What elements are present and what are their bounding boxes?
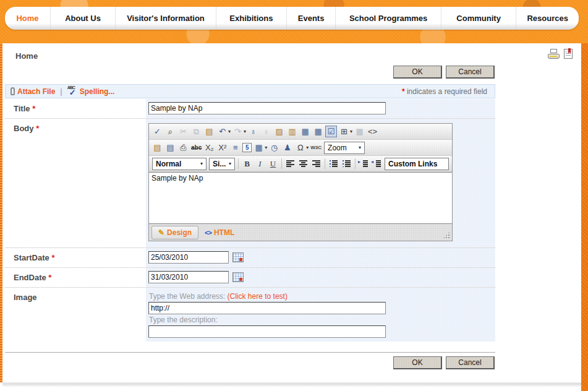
startdate-label-text: StartDate: [14, 253, 49, 262]
paperclip-icon: [11, 87, 15, 95]
nav-tab-school-programmes[interactable]: School Programmes: [336, 7, 441, 30]
startdate-input[interactable]: [148, 251, 229, 264]
title-input[interactable]: [148, 102, 386, 114]
cancel-button[interactable]: Cancel: [446, 66, 495, 79]
insert-image-icon[interactable]: ▨: [273, 126, 285, 137]
ok-button[interactable]: OK: [393, 66, 442, 79]
required-asterisk: *: [402, 87, 405, 96]
toggle-borders-icon[interactable]: ☑: [325, 126, 337, 137]
nav-tab-home[interactable]: Home: [5, 7, 51, 30]
enddate-label: EndDate *: [5, 268, 146, 287]
paste-from-word-icon[interactable]: ▤: [164, 142, 176, 153]
redo-dropdown-caret[interactable]: ▾: [244, 129, 246, 134]
print-icon[interactable]: [548, 49, 560, 59]
align-right-icon[interactable]: [310, 158, 322, 170]
edit-html-icon[interactable]: <>: [367, 126, 378, 137]
nav-tab-community[interactable]: Community: [441, 7, 516, 30]
zoom-dropdown[interactable]: Zoom ▾: [324, 142, 365, 154]
insert-media-icon[interactable]: ♟: [281, 142, 293, 153]
spelling-link[interactable]: Spelling...: [80, 87, 115, 96]
enddate-input[interactable]: [148, 271, 229, 283]
insert-time-icon[interactable]: ◷: [268, 142, 280, 153]
nav-tab-label: Events: [298, 14, 325, 23]
image-label: Image: [5, 288, 146, 342]
align-left-icon[interactable]: [284, 158, 296, 170]
bold-icon[interactable]: B: [241, 158, 253, 170]
nav-tab-events[interactable]: Events: [287, 7, 336, 30]
redo-icon[interactable]: ↷: [232, 126, 244, 137]
paste-html-icon[interactable]: ▥: [286, 126, 298, 137]
insert-cells-icon[interactable]: ⊞: [338, 126, 350, 137]
custom-links-value: Custom Links: [388, 160, 448, 168]
tab-html-label: HTML: [214, 228, 234, 237]
resize-grip[interactable]: [443, 231, 450, 239]
zoom-dropdown-value: Zoom: [328, 144, 356, 152]
nav-tab-resources[interactable]: Resources: [516, 7, 579, 30]
enddate-label-text: EndDate: [14, 273, 46, 282]
image-label-text: Image: [14, 293, 37, 302]
bullet-list-icon[interactable]: [341, 158, 352, 170]
code-icon: <>: [205, 229, 211, 236]
copy-icon[interactable]: ⧉: [190, 126, 202, 137]
nav-tab-exhibitions[interactable]: Exhibitions: [216, 7, 287, 30]
nav-tab-visitors-information[interactable]: Visitor's Information: [116, 7, 216, 30]
subscript-icon[interactable]: X₂: [203, 142, 215, 153]
calendar-icon[interactable]: [232, 252, 244, 262]
editor-content[interactable]: Sample by NAp: [149, 172, 452, 224]
description-hint: Type the description:: [149, 316, 492, 324]
align-center-icon[interactable]: [297, 158, 309, 170]
spellcheck-icon[interactable]: ✓: [151, 126, 163, 137]
tab-html[interactable]: <> HTML: [198, 226, 241, 239]
editor-toolbar-row1: ✓ ⌕ ✂ ⧉ ▤ ↶ ▾ ↷ ▾ ♁ ♁ ▨ ▥ ▦ ▦: [149, 124, 452, 140]
indent-icon[interactable]: [358, 158, 370, 170]
undo-dropdown-caret[interactable]: ▾: [228, 129, 231, 134]
insert-table-icon[interactable]: ▦: [299, 126, 311, 137]
print-icon[interactable]: ⎙: [177, 142, 189, 153]
symbol-dropdown-caret[interactable]: ▾: [306, 145, 309, 150]
numbered-list-icon[interactable]: [328, 158, 339, 170]
insert-date-icon[interactable]: 5: [242, 143, 252, 152]
image-description-input[interactable]: [148, 325, 386, 338]
click-here-to-test-link[interactable]: (Click here to test): [228, 292, 288, 301]
format-dropdown[interactable]: Normal ▾: [152, 158, 207, 170]
remove-link-icon[interactable]: ♁: [260, 126, 272, 137]
required-note-text: indicates a required field: [407, 87, 487, 96]
borders-dropdown-caret[interactable]: ▾: [265, 145, 267, 150]
attach-file-link[interactable]: Attach File: [17, 87, 55, 96]
edit-table-icon[interactable]: ▦: [312, 126, 324, 137]
cancel-button[interactable]: Cancel: [446, 356, 495, 369]
content-form: Title * Body * ✓ ⌕ ✂ ⧉ ▤ ↶ ▾: [5, 99, 495, 342]
superscript-icon[interactable]: X²: [216, 142, 228, 153]
italic-icon[interactable]: I: [254, 158, 266, 170]
main-nav: Home About Us Visitor's Information Exhi…: [5, 7, 579, 30]
web-address-hint: Type the Web address: (Click here to tes…: [149, 292, 492, 301]
tab-design[interactable]: ✎ Design: [151, 226, 198, 239]
find-icon[interactable]: ⌕: [164, 126, 176, 137]
paste-icon[interactable]: ▤: [203, 126, 215, 137]
w3c-validate-icon[interactable]: W3C: [310, 142, 322, 153]
strikethrough-icon[interactable]: abc: [190, 142, 202, 153]
cut-icon[interactable]: ✂: [177, 126, 189, 137]
image-url-input[interactable]: [148, 302, 386, 314]
calendar-icon[interactable]: [232, 272, 244, 282]
underline-icon[interactable]: U: [267, 158, 279, 170]
ok-button[interactable]: OK: [393, 356, 442, 369]
enddate-row: EndDate *: [5, 268, 495, 288]
rich-text-editor: ✓ ⌕ ✂ ⧉ ▤ ↶ ▾ ↷ ▾ ♁ ♁ ▨ ▥ ▦ ▦: [148, 123, 453, 241]
custom-links-dropdown[interactable]: Custom Links: [385, 158, 449, 170]
undo-icon[interactable]: ↶: [216, 126, 228, 137]
export-document-icon[interactable]: [564, 49, 573, 59]
nav-tab-about-us[interactable]: About Us: [51, 7, 116, 30]
hyperlink-icon[interactable]: ♁: [247, 126, 259, 137]
tab-design-label: Design: [167, 228, 192, 237]
image-row: Image Type the Web address: (Click here …: [5, 288, 495, 342]
table-properties-icon[interactable]: ▦: [354, 126, 365, 137]
size-dropdown[interactable]: Si... ▾: [209, 158, 235, 170]
outdent-icon[interactable]: [371, 158, 383, 170]
paragraph-icon[interactable]: ≡: [229, 142, 241, 153]
chevron-down-icon: ▾: [197, 161, 206, 166]
paste-special-icon[interactable]: ▤: [151, 142, 163, 153]
insert-cells-caret[interactable]: ▾: [350, 129, 352, 134]
insert-symbol-icon[interactable]: Ω: [294, 142, 306, 153]
borders-icon[interactable]: ▦: [253, 142, 265, 153]
